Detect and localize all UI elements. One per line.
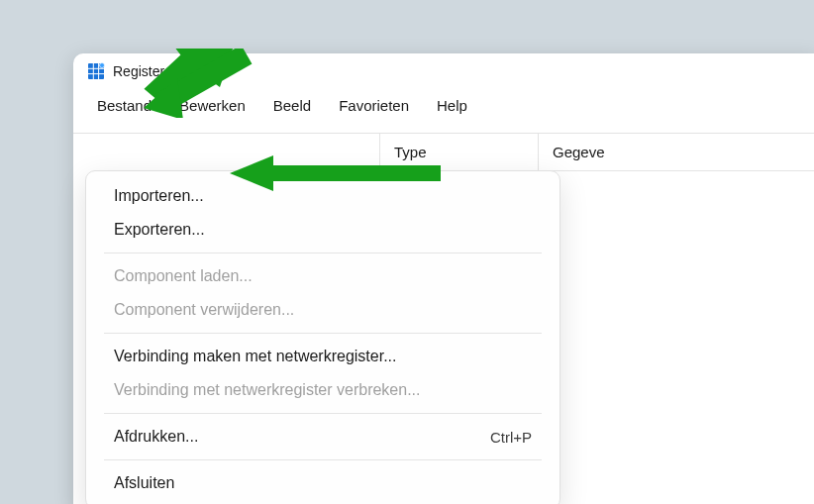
menu-favorites[interactable]: Favorieten — [325, 93, 423, 118]
menubar: Bestand Bewerken Beeld Favorieten Help — [73, 89, 814, 126]
menu-load-hive: Component laden... — [86, 259, 560, 293]
menu-export[interactable]: Exporteren... — [86, 213, 560, 247]
menu-print-label: Afdrukken... — [114, 428, 198, 446]
menu-separator — [104, 413, 542, 414]
menu-export-label: Exporteren... — [114, 221, 205, 239]
menu-file[interactable]: Bestand — [83, 93, 165, 118]
titlebar: Register-editor — [73, 53, 814, 89]
menu-disconnect-network: Verbinding met netwerkregister verbreken… — [86, 373, 560, 407]
window-title: Register-editor — [113, 63, 204, 79]
column-type[interactable]: Type — [380, 134, 539, 170]
menu-unload-hive-label: Component verwijderen... — [114, 301, 294, 319]
menu-import[interactable]: Importeren... — [86, 179, 560, 213]
menu-import-label: Importeren... — [114, 187, 204, 205]
menu-print[interactable]: Afdrukken... Ctrl+P — [86, 420, 560, 454]
menu-disconnect-network-label: Verbinding met netwerkregister verbreken… — [114, 381, 420, 399]
registry-editor-window: Register-editor Bestand Bewerken Beeld F… — [73, 53, 814, 504]
menu-help[interactable]: Help — [423, 93, 481, 118]
menu-edit[interactable]: Bewerken — [165, 93, 259, 118]
menu-unload-hive: Component verwijderen... — [86, 293, 560, 327]
menu-connect-network-label: Verbinding maken met netwerkregister... — [114, 348, 396, 365]
menu-separator — [104, 252, 542, 253]
list-header: Type Gegeve — [380, 134, 814, 171]
menu-load-hive-label: Component laden... — [114, 267, 253, 285]
menu-exit-label: Afsluiten — [114, 474, 174, 492]
menu-connect-network[interactable]: Verbinding maken met netwerkregister... — [86, 340, 560, 373]
menu-separator — [104, 333, 542, 334]
menu-exit[interactable]: Afsluiten — [86, 466, 560, 500]
column-data[interactable]: Gegeve — [539, 134, 814, 170]
menu-print-shortcut: Ctrl+P — [490, 429, 532, 446]
menu-view[interactable]: Beeld — [259, 93, 325, 118]
svg-point-5 — [100, 63, 105, 68]
regedit-icon — [87, 62, 105, 80]
menu-separator — [104, 459, 542, 460]
file-menu-dropdown: Importeren... Exporteren... Component la… — [85, 170, 560, 504]
